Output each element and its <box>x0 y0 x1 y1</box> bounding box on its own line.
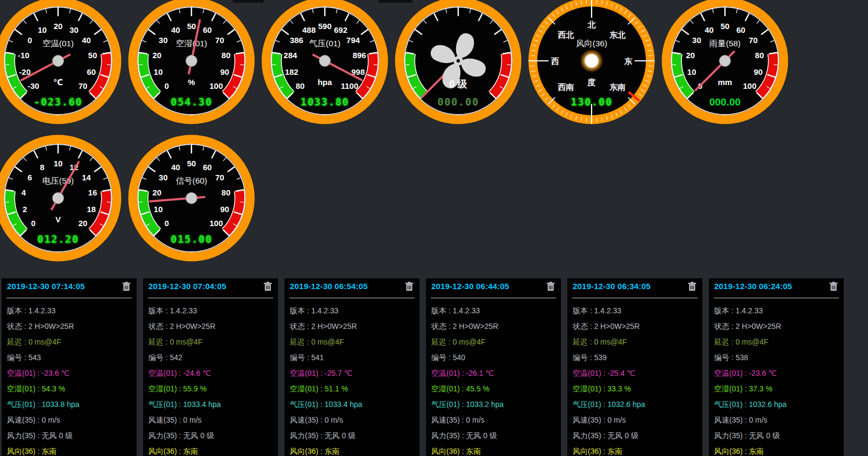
delete-record-button[interactable] <box>829 282 838 292</box>
record-row: 风向(36)东南 <box>573 446 697 456</box>
gauge-minor-tick <box>272 65 276 65</box>
gauge-unit: hpa <box>318 78 332 87</box>
record-row: 风向(36)东南 <box>7 446 131 456</box>
gauge-hub <box>319 55 331 67</box>
record-row: 延迟0 ms@4F <box>290 336 414 347</box>
compass-direction-label: 西南 <box>558 82 574 92</box>
record-row: 编号543 <box>7 352 131 363</box>
record-row-label: 风力(35) <box>290 431 325 440</box>
record-row-value: 0 ms@4F <box>29 338 61 346</box>
gauge-tick-label: 10 <box>38 25 47 34</box>
top-edge-artifact <box>233 0 264 3</box>
gauge-tick-label: 692 <box>334 25 347 34</box>
gauge-tick-label: 90 <box>753 67 763 76</box>
gauge-tick-label: 40 <box>171 25 180 34</box>
record-row: 版本1.4.2.33 <box>148 305 273 316</box>
record-row: 版本1.4.2.33 <box>573 305 697 316</box>
record-row: 延迟0 ms@4F <box>7 336 131 347</box>
record-row-value: 无风 0 级 <box>183 431 215 440</box>
record-row-value: 东南 <box>42 447 57 455</box>
record-row-label: 状态 <box>573 322 594 331</box>
record-row: 风向(36)东南 <box>431 446 556 456</box>
record-row-label: 延迟 <box>290 338 311 346</box>
compass-tick <box>649 66 653 66</box>
record-timestamp: 2019-12-30 07:14:05 <box>7 282 85 291</box>
gauge-title: 空湿(01) <box>176 39 208 48</box>
record-row-label: 气压(01) <box>431 400 466 409</box>
record-row: 风向(36)东南 <box>714 446 838 456</box>
record-rows: 版本1.4.2.33状态2 H>0W>25R延迟0 ms@4F编号543空温(0… <box>2 298 137 456</box>
record-row-value: 1.4.2.33 <box>311 306 339 315</box>
gauge-tick-label: 40 <box>82 36 91 45</box>
record-row-label: 延迟 <box>714 338 736 346</box>
record-row-value: 东南 <box>325 447 340 455</box>
record-row: 气压(01)1033.2 hpa <box>431 399 556 410</box>
record-row: 状态2 H>0W>25R <box>714 321 838 332</box>
gauge-tick-label: 70 <box>215 173 224 182</box>
record-row-value: 542 <box>170 353 182 362</box>
record-row-label: 状态 <box>7 322 29 331</box>
compass-direction-label: 东南 <box>609 82 625 92</box>
record-row-label: 空湿(01) <box>573 384 608 393</box>
record-row-label: 延迟 <box>431 338 453 346</box>
record-row: 空温(01)-23.6 ℃ <box>7 368 131 378</box>
delete-record-button[interactable] <box>122 282 131 292</box>
delete-record-button[interactable] <box>687 282 697 292</box>
record-card: 2019-12-30 07:14:05版本1.4.2.33状态2 H>0W>25… <box>2 278 137 456</box>
compass-tick <box>586 0 587 4</box>
record-row-label: 版本 <box>573 306 594 315</box>
record-row-label: 气压(01) <box>714 400 749 409</box>
gauge-tick-label: 1100 <box>341 81 359 90</box>
gauge-hub <box>53 193 64 204</box>
gauge-value-display: 130.00 <box>571 96 613 108</box>
record-row-label: 空温(01) <box>290 369 325 377</box>
record-row-label: 延迟 <box>148 338 170 346</box>
gauge-unit: % <box>188 78 195 87</box>
record-card-header: 2019-12-30 06:54:05 <box>284 278 419 294</box>
compass-tick <box>649 55 653 56</box>
record-row-label: 延迟 <box>573 338 594 346</box>
trash-icon <box>122 282 131 291</box>
record-row-value: 无风 0 级 <box>466 431 497 440</box>
gauge-minor-tick <box>774 65 778 65</box>
gauge-tick-label: 2 <box>23 205 27 214</box>
record-row-value: 0 m/s <box>42 416 60 424</box>
record-row: 风速(35)0 m/s <box>148 415 273 425</box>
gauge-tick-label: 4 <box>22 188 26 197</box>
gauge-value-display: 000.00 <box>709 96 741 108</box>
gauge-tick-label: 0 <box>165 81 169 90</box>
record-row-label: 风向(36) <box>148 447 183 455</box>
record-row: 编号538 <box>714 352 838 363</box>
gauge-minor-tick <box>5 65 9 65</box>
gauge-tick-label: 40 <box>705 25 714 34</box>
gauge-tick-label: 30 <box>159 36 168 45</box>
delete-record-button[interactable] <box>404 282 414 292</box>
record-card-header: 2019-12-30 06:24:05 <box>709 278 844 294</box>
record-row-label: 风向(36) <box>7 447 42 455</box>
record-rows: 版本1.4.2.33状态2 H>0W>25R延迟0 ms@4F编号538空温(0… <box>709 298 844 456</box>
gauge-unit: mm <box>718 78 732 87</box>
delete-record-button[interactable] <box>546 282 556 292</box>
gauge-风向(36): 北东北东东南西南西西北风向(36)度130.00 <box>528 0 655 124</box>
record-card-header: 2019-12-30 06:44:05 <box>426 278 561 294</box>
gauge-tick-label: 10 <box>154 205 163 214</box>
gauge-minor-tick <box>405 65 409 65</box>
compass-direction-label: 东 <box>624 57 633 66</box>
record-row: 编号540 <box>431 352 556 363</box>
record-row-value: 1033.4 hpa <box>325 400 362 409</box>
record-row: 风速(35)0 m/s <box>290 415 414 425</box>
record-row-label: 编号 <box>714 353 736 362</box>
delete-record-button[interactable] <box>263 282 273 292</box>
record-row: 风力(35)无风 0 级 <box>573 430 697 441</box>
record-row-label: 空温(01) <box>431 369 466 377</box>
record-row: 空湿(01)51.1 % <box>290 383 414 394</box>
record-rows: 版本1.4.2.33状态2 H>0W>25R延迟0 ms@4F编号541空温(0… <box>284 298 419 456</box>
record-card-header: 2019-12-30 06:34:05 <box>567 278 702 294</box>
record-row-value: 1032.6 hpa <box>608 400 645 409</box>
record-row-label: 状态 <box>431 322 453 331</box>
gauge-tick-label: 10 <box>154 67 163 76</box>
record-row: 状态2 H>0W>25R <box>148 321 273 332</box>
gauge-tick-label: 90 <box>220 205 229 214</box>
gauge-tick-label: 182 <box>285 67 298 76</box>
record-row-label: 风向(36) <box>714 447 749 455</box>
